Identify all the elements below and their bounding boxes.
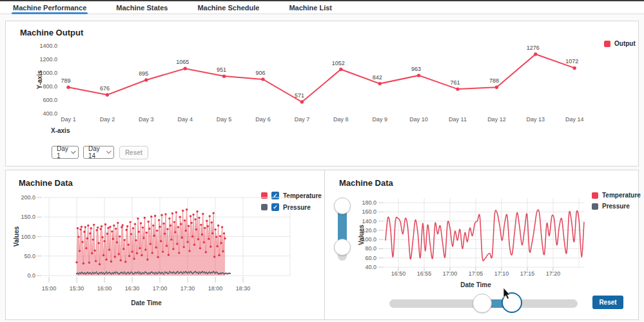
- active-tab-underline: [12, 12, 88, 14]
- svg-text:Day 10: Day 10: [409, 116, 428, 123]
- svg-text:17:15: 17:15: [520, 270, 535, 277]
- svg-text:400.0: 400.0: [43, 110, 57, 117]
- svg-text:18:30: 18:30: [236, 285, 251, 292]
- svg-text:17:10: 17:10: [494, 270, 509, 277]
- start-day-value: Day 1: [57, 145, 71, 159]
- svg-text:600.0: 600.0: [43, 97, 57, 103]
- svg-text:16:00: 16:00: [97, 285, 112, 292]
- svg-text:40.0: 40.0: [365, 264, 376, 270]
- svg-text:Day 9: Day 9: [372, 116, 387, 123]
- svg-text:1200.0: 1200.0: [39, 56, 57, 63]
- svg-text:Y-axis: Y-axis: [36, 70, 43, 89]
- svg-text:800.0: 800.0: [43, 83, 57, 90]
- svg-text:Day 2: Day 2: [100, 116, 115, 123]
- machine-output-chart: 400.0600.0800.01000.01200.01400.0Y-axis7…: [6, 21, 638, 166]
- legend-label: Temperature: [602, 192, 641, 199]
- svg-text:160.0: 160.0: [362, 208, 376, 215]
- tab-bar: Machine Performance Machine States Machi…: [0, 1, 644, 14]
- svg-text:Day 7: Day 7: [295, 116, 310, 123]
- end-day-value: Day 14: [88, 145, 106, 159]
- svg-text:60.0: 60.0: [365, 255, 376, 261]
- machine-data-panels: Machine Data ✓ Temperature ✓ Pressure 0.…: [5, 170, 639, 320]
- svg-text:1276: 1276: [527, 45, 540, 51]
- svg-text:789: 789: [61, 77, 70, 84]
- chevron-down-icon: [106, 149, 112, 154]
- svg-text:761: 761: [450, 79, 460, 86]
- svg-text:17:00: 17:00: [153, 285, 168, 292]
- svg-text:1072: 1072: [565, 58, 578, 65]
- svg-text:Date Time: Date Time: [460, 281, 491, 288]
- svg-text:Day 8: Day 8: [333, 116, 349, 123]
- start-day-select[interactable]: Day 1: [52, 146, 79, 159]
- legend-item-pressure[interactable]: Pressure: [592, 203, 641, 210]
- svg-text:Day 6: Day 6: [255, 116, 271, 123]
- svg-text:80.0: 80.0: [365, 245, 376, 252]
- svg-text:Day 5: Day 5: [217, 116, 232, 123]
- output-reset-button[interactable]: Reset: [119, 146, 148, 159]
- svg-text:Day 3: Day 3: [139, 116, 154, 123]
- svg-text:150.0: 150.0: [21, 214, 35, 220]
- svg-text:1052: 1052: [332, 60, 345, 66]
- temperature-series-swatch: [592, 192, 598, 199]
- legend-item-temperature[interactable]: Temperature: [592, 192, 641, 199]
- legend-label: Pressure: [602, 203, 630, 210]
- tab-machine-schedule[interactable]: Machine Schedule: [197, 1, 259, 14]
- svg-text:895: 895: [139, 70, 148, 77]
- svg-text:100.0: 100.0: [21, 234, 35, 240]
- svg-text:17:05: 17:05: [469, 270, 483, 277]
- svg-text:963: 963: [411, 66, 421, 72]
- tab-machine-states[interactable]: Machine States: [116, 1, 168, 14]
- svg-text:Day 14: Day 14: [565, 116, 584, 123]
- svg-text:15:30: 15:30: [70, 285, 84, 292]
- svg-text:906: 906: [255, 70, 265, 76]
- svg-text:16:50: 16:50: [391, 270, 406, 277]
- svg-text:Day 12: Day 12: [487, 116, 506, 123]
- svg-text:Day 1: Day 1: [61, 116, 76, 123]
- tab-label: Machine Schedule: [197, 4, 259, 12]
- svg-text:Day 13: Day 13: [527, 116, 545, 123]
- svg-text:0.0: 0.0: [27, 272, 35, 279]
- right-legend: Temperature Pressure: [592, 192, 641, 210]
- svg-text:17:00: 17:00: [443, 270, 458, 277]
- x-axis-title: X-axis: [51, 127, 70, 134]
- svg-text:Values: Values: [13, 226, 20, 247]
- svg-text:1400.0: 1400.0: [39, 43, 57, 49]
- svg-text:Date Time: Date Time: [131, 299, 162, 307]
- chevron-down-icon: [71, 149, 76, 154]
- svg-text:951: 951: [217, 66, 226, 73]
- svg-text:842: 842: [373, 74, 382, 81]
- mouse-cursor: [503, 288, 512, 301]
- svg-text:17:20: 17:20: [546, 270, 561, 277]
- tab-label: Machine Performance: [13, 4, 86, 12]
- tab-label: Machine States: [116, 4, 168, 12]
- horizontal-slider-start-handle[interactable]: [473, 294, 492, 313]
- end-day-select[interactable]: Day 14: [83, 146, 114, 159]
- svg-text:18:00: 18:00: [208, 285, 223, 292]
- svg-text:16:30: 16:30: [125, 285, 140, 292]
- tab-machine-performance[interactable]: Machine Performance: [13, 1, 86, 14]
- machine-data-scatter-chart: 0.050.0100.0150.0200.015:0015:3016:0016:…: [6, 170, 324, 319]
- svg-text:788: 788: [489, 77, 499, 84]
- data-reset-button[interactable]: Reset: [592, 296, 623, 309]
- svg-text:180.0: 180.0: [362, 199, 376, 206]
- tab-machine-list[interactable]: Machine List: [289, 1, 332, 14]
- svg-text:676: 676: [100, 85, 110, 92]
- svg-text:15:00: 15:00: [42, 285, 57, 292]
- svg-text:Day 4: Day 4: [177, 116, 193, 123]
- svg-text:571: 571: [295, 92, 304, 99]
- svg-text:200.0: 200.0: [21, 194, 35, 201]
- svg-text:Values: Values: [358, 225, 365, 245]
- tab-label: Machine List: [289, 4, 332, 12]
- svg-text:50.0: 50.0: [24, 253, 35, 259]
- svg-text:140.0: 140.0: [362, 218, 376, 225]
- svg-text:1065: 1065: [176, 59, 189, 65]
- svg-text:Day 11: Day 11: [449, 116, 467, 123]
- machine-output-panel: Machine Output Output 400.0600.0800.0100…: [5, 21, 639, 166]
- panel-divider: [324, 170, 325, 319]
- svg-text:16:55: 16:55: [417, 270, 432, 277]
- pressure-series-swatch: [592, 203, 598, 210]
- svg-text:17:30: 17:30: [181, 285, 195, 292]
